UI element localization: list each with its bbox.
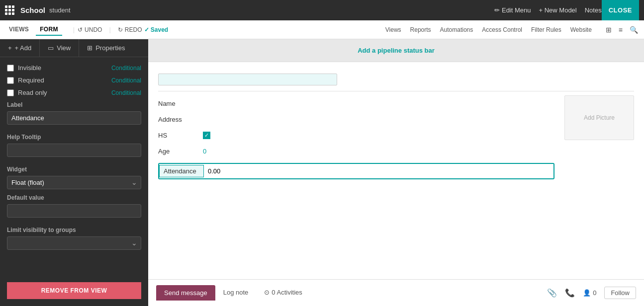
- widget-select[interactable]: Float (float): [7, 176, 141, 189]
- sidebar-body: Invisible Conditional Required Condition…: [0, 57, 148, 275]
- nav-views[interactable]: Views: [385, 26, 401, 33]
- readonly-row: Read only Conditional: [7, 89, 141, 96]
- default-value-input[interactable]: [7, 204, 141, 218]
- phone-icon[interactable]: 📞: [565, 288, 575, 298]
- name-row: Name: [158, 95, 554, 111]
- required-row: Required Conditional: [7, 76, 141, 84]
- model-name: student: [49, 6, 71, 14]
- undo-button[interactable]: ↺ UNDO: [78, 26, 102, 33]
- nav-automations[interactable]: Automations: [440, 26, 473, 33]
- label-section-header: Label: [7, 101, 141, 108]
- add-button[interactable]: + + Add: [0, 39, 40, 57]
- hs-checkbox-ticked[interactable]: ✓: [203, 132, 210, 139]
- add-picture-box[interactable]: Add Picture: [564, 95, 634, 181]
- required-conditional[interactable]: Conditional: [111, 77, 141, 84]
- widget-select-wrapper: Float (float): [7, 176, 141, 189]
- plus-icon: +: [8, 44, 12, 52]
- close-button[interactable]: CLOSE: [602, 0, 639, 20]
- send-message-tab[interactable]: Send message: [156, 285, 215, 301]
- log-note-tab[interactable]: Log note: [215, 285, 257, 302]
- edit-menu-btn[interactable]: ✏ Edit Menu: [494, 6, 531, 14]
- list-view-icon[interactable]: ≡: [618, 25, 624, 35]
- required-label: Required: [18, 76, 107, 84]
- properties-button[interactable]: ⊞ Properties: [79, 39, 133, 57]
- second-bar-right: Views Reports Automations Access Control…: [385, 25, 639, 35]
- default-value-section-header: Default value: [7, 194, 141, 201]
- saved-status: ✓ Saved: [144, 26, 169, 33]
- name-label: Name: [158, 100, 203, 107]
- add-picture-label: Add Picture: [584, 114, 615, 121]
- view-button[interactable]: ▭ View: [40, 39, 79, 57]
- visibility-wrapper: [7, 236, 141, 250]
- app-name: School: [20, 6, 45, 14]
- age-row: Age 0: [158, 143, 554, 159]
- form-area: Name Address HS ✓ Age: [148, 62, 644, 279]
- search-icon[interactable]: 🔍: [629, 25, 639, 35]
- top-bar: School student ✏ Edit Menu + New Model N…: [0, 0, 644, 20]
- help-tooltip-section-header: Help Tooltip: [7, 134, 141, 141]
- form-inner: Name Address HS ✓ Age: [158, 95, 634, 181]
- remove-from-view-button[interactable]: REMOVE FROM VIEW: [7, 282, 141, 299]
- attendance-label: Attendance: [159, 165, 204, 177]
- invisible-row: Invisible Conditional: [7, 64, 141, 72]
- label-input[interactable]: [7, 111, 141, 125]
- visibility-select[interactable]: [7, 236, 141, 250]
- thumbnail-view-icon[interactable]: ⊞: [605, 25, 613, 35]
- nav-tabs: VIEWS FORM: [5, 24, 62, 36]
- nav-filter-rules[interactable]: Filter Rules: [531, 26, 561, 33]
- followers-count: 👤 0: [583, 289, 596, 297]
- attendance-field-row: Attendance: [158, 159, 554, 181]
- app-logo[interactable]: School student: [5, 5, 71, 15]
- tab-form[interactable]: FORM: [36, 24, 62, 36]
- view-icon: ▭: [48, 44, 54, 52]
- widget-section-header: Widget: [7, 166, 141, 173]
- readonly-checkbox[interactable]: [7, 89, 14, 96]
- age-label: Age: [158, 148, 203, 155]
- address-row: Address: [158, 111, 554, 127]
- content-area: Add a pipeline status bar Name Address: [148, 39, 644, 306]
- help-tooltip-input[interactable]: [7, 144, 141, 157]
- invisible-checkbox[interactable]: [7, 65, 14, 72]
- notes-btn[interactable]: Notes: [585, 6, 602, 14]
- second-bar: VIEWS FORM | ↺ UNDO | ↻ REDO ✓ Saved Vie…: [0, 20, 644, 39]
- redo-icon: ↻: [118, 26, 123, 33]
- sidebar-bottom: REMOVE FROM VIEW: [0, 275, 148, 306]
- nav-reports[interactable]: Reports: [410, 26, 431, 33]
- invisible-conditional[interactable]: Conditional: [111, 65, 141, 72]
- undo-icon: ↺: [78, 26, 83, 33]
- main-layout: + + Add ▭ View ⊞ Properties Invisible Co…: [0, 39, 644, 306]
- invisible-label: Invisible: [18, 64, 107, 72]
- attachment-icon[interactable]: 📎: [547, 288, 557, 298]
- nav-access-control[interactable]: Access Control: [482, 26, 522, 33]
- required-checkbox[interactable]: [7, 77, 14, 84]
- activities-tab[interactable]: ⊙ 0 Activities: [256, 285, 310, 302]
- hs-value: ✓: [203, 131, 554, 139]
- form-fields: Name Address HS ✓ Age: [158, 95, 554, 181]
- attendance-row: Attendance: [158, 163, 554, 179]
- redo-button[interactable]: ↻ REDO: [118, 26, 142, 33]
- sidebar: + + Add ▭ View ⊞ Properties Invisible Co…: [0, 39, 148, 306]
- chatter-right: 📎 📞 👤 0 Follow: [547, 287, 636, 299]
- name-input-highlight[interactable]: [158, 74, 337, 85]
- top-bar-actions: ✏ Edit Menu + New Model Notes: [494, 6, 601, 14]
- nav-website[interactable]: Website: [570, 26, 592, 33]
- limit-visibility-section-header: Limit visibility to groups: [7, 227, 141, 233]
- age-value: 0: [203, 148, 554, 155]
- pipeline-bar[interactable]: Add a pipeline status bar: [148, 39, 644, 62]
- followers-icon: 👤: [583, 289, 591, 297]
- address-label: Address: [158, 116, 203, 123]
- grid-icon: [5, 5, 14, 15]
- follow-button[interactable]: Follow: [604, 287, 636, 299]
- sidebar-action-bar: + + Add ▭ View ⊞ Properties: [0, 39, 148, 57]
- undo-redo-group: ↺ UNDO | ↻ REDO: [78, 26, 142, 33]
- add-picture-area[interactable]: Add Picture: [564, 95, 634, 140]
- clock-icon: ⊙: [264, 289, 270, 296]
- readonly-conditional[interactable]: Conditional: [111, 89, 141, 96]
- tab-views[interactable]: VIEWS: [5, 24, 33, 36]
- chatter-bar: Send message Log note ⊙ 0 Activities 📎 📞…: [148, 279, 644, 306]
- attendance-input[interactable]: [204, 165, 553, 177]
- hs-label: HS: [158, 132, 203, 139]
- new-model-btn[interactable]: + New Model: [539, 6, 577, 14]
- readonly-label: Read only: [18, 89, 107, 96]
- hs-row: HS ✓: [158, 127, 554, 143]
